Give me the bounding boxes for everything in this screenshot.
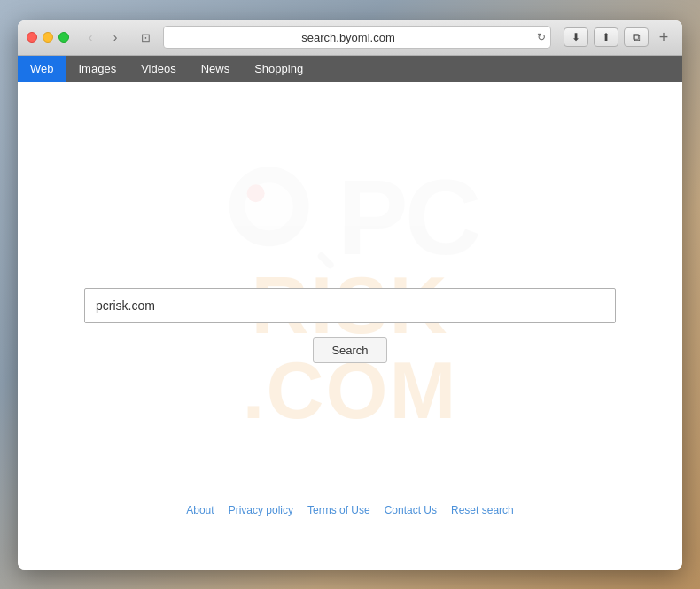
tab-videos-label: Videos — [141, 62, 176, 75]
sidebar-button[interactable]: ⊡ — [135, 27, 156, 48]
back-icon: ‹ — [89, 30, 93, 44]
tab-news-label: News — [201, 62, 230, 75]
title-bar: ‹ › ⊡ ↻ ⬇ ⬆ ⧉ — [18, 20, 682, 56]
watermark-logo: PC — [222, 159, 478, 275]
search-input[interactable] — [84, 288, 616, 323]
magnifier-circle — [229, 167, 309, 246]
minimize-button[interactable] — [43, 32, 53, 43]
close-button[interactable] — [27, 32, 37, 43]
tab-overview-icon: ⧉ — [633, 31, 641, 43]
footer-link-contact[interactable]: Contact Us — [385, 504, 437, 516]
tab-shopping-label: Shopping — [254, 62, 303, 75]
tab-news[interactable]: News — [189, 56, 243, 82]
magnifier-dot — [247, 184, 265, 202]
refresh-icon: ↻ — [537, 31, 546, 43]
watermark-pc-text: PC — [338, 164, 478, 270]
footer-link-reset[interactable]: Reset search — [451, 504, 514, 516]
tab-shopping[interactable]: Shopping — [242, 56, 315, 82]
download-icon: ⬇ — [572, 31, 580, 43]
tab-images-label: Images — [79, 62, 117, 75]
footer-link-privacy[interactable]: Privacy policy — [229, 504, 293, 516]
address-bar[interactable] — [163, 26, 551, 49]
address-bar-container: ↻ — [163, 26, 551, 49]
sidebar-icon: ⊡ — [141, 31, 151, 44]
address-wrapper: ↻ — [163, 26, 551, 49]
tab-web-label: Web — [30, 62, 54, 75]
content-area: PC RISK .COM Search About Privacy policy… — [18, 82, 682, 570]
add-tab-icon: + — [659, 28, 669, 46]
back-button[interactable]: ‹ — [80, 27, 101, 48]
nav-bar: Web Images Videos News Shopping — [18, 56, 682, 82]
footer-links: About Privacy policy Terms of Use Contac… — [186, 504, 513, 516]
magnifier-icon — [222, 159, 338, 275]
forward-button[interactable]: › — [105, 27, 126, 48]
refresh-button[interactable]: ↻ — [537, 31, 546, 43]
maximize-button[interactable] — [58, 32, 69, 43]
share-button[interactable]: ⬆ — [594, 27, 618, 47]
browser-window: ‹ › ⊡ ↻ ⬇ ⬆ ⧉ — [18, 20, 682, 570]
nav-buttons: ‹ › — [80, 27, 126, 48]
magnifier-handle — [316, 251, 335, 269]
tab-videos[interactable]: Videos — [128, 56, 189, 82]
toolbar-actions: ⬇ ⬆ ⧉ + — [564, 27, 673, 47]
tab-web[interactable]: Web — [18, 56, 66, 82]
search-form: Search — [84, 288, 616, 363]
tab-images[interactable]: Images — [66, 56, 129, 82]
add-tab-button[interactable]: + — [654, 27, 673, 47]
search-button[interactable]: Search — [313, 337, 386, 363]
tab-overview-button[interactable]: ⧉ — [624, 27, 649, 47]
download-button[interactable]: ⬇ — [564, 27, 588, 47]
footer-link-about[interactable]: About — [186, 504, 214, 516]
forward-icon: › — [113, 30, 118, 44]
share-icon: ⬆ — [602, 31, 611, 43]
traffic-lights — [27, 32, 69, 43]
footer-link-terms[interactable]: Terms of Use — [307, 504, 370, 516]
search-button-label: Search — [331, 344, 368, 357]
